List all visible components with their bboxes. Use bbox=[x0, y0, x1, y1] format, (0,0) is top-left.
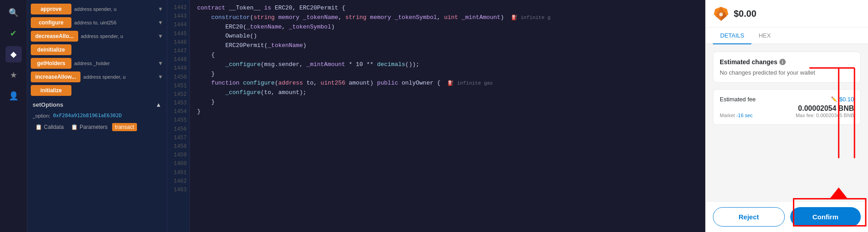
mm-body: Estimated changes i No changes predicted… bbox=[706, 44, 868, 201]
tab-hex[interactable]: HEX bbox=[751, 28, 778, 44]
tab-row: 📋 Calldata 📋 Parameters transact bbox=[31, 120, 163, 134]
approve-params: address spender, u bbox=[74, 6, 155, 12]
line-numbers: 1442 1443 1444 1445 1446 1447 1448 1449 … bbox=[167, 0, 190, 232]
tab-details[interactable]: DETAILS bbox=[713, 28, 751, 44]
configure-params: address to, uint256 bbox=[74, 20, 155, 25]
option-key: _option: bbox=[33, 113, 50, 118]
info-icon: i bbox=[779, 59, 786, 65]
getholders-button[interactable]: getHolders bbox=[31, 58, 71, 69]
star-icon[interactable]: ★ bbox=[5, 67, 22, 83]
sidebar: 🔍 ✔ ◆ ★ 👤 bbox=[0, 0, 27, 232]
check-icon[interactable]: ✔ bbox=[5, 25, 22, 42]
initialize-button[interactable]: initialize bbox=[31, 85, 71, 96]
fn-row-getholders: getHolders address _holder ▼ bbox=[31, 58, 163, 69]
code-line-1451: ERC20Permit(_tokenName) bbox=[197, 41, 698, 51]
estimated-fee-label: Estimated fee bbox=[720, 96, 756, 103]
code-editor: 1442 1443 1444 1445 1446 1447 1448 1449 … bbox=[167, 0, 705, 232]
fee-usd: ✏️ $0.10 bbox=[831, 96, 854, 103]
tab-transact[interactable]: transact bbox=[112, 123, 137, 131]
confirm-button[interactable]: Confirm bbox=[790, 207, 861, 227]
configure-button[interactable]: configure bbox=[31, 17, 71, 28]
mm-footer: Reject Confirm bbox=[706, 201, 868, 232]
estimated-changes-desc: No changes predicted for your wallet bbox=[720, 69, 854, 76]
code-line-1463: } bbox=[197, 107, 698, 117]
metamask-logo bbox=[713, 5, 729, 22]
mm-amount: $0.00 bbox=[734, 9, 756, 19]
deinitialize-button[interactable]: deinitialize bbox=[31, 44, 71, 55]
approve-button[interactable]: approve bbox=[31, 4, 71, 14]
mm-tabs: DETAILS HEX bbox=[706, 28, 868, 44]
decreaseallo-chevron[interactable]: ▼ bbox=[158, 33, 163, 39]
code-line-1449: ERC20(_tokenName, _tokenSymbol) bbox=[197, 23, 698, 32]
metamask-panel: $0.00 DETAILS HEX Estimated changes i No… bbox=[705, 0, 868, 232]
code-line-1457: function configure(address to, uint256 a… bbox=[197, 79, 698, 88]
pencil-icon: ✏️ bbox=[831, 96, 837, 102]
increaseallow-params: address spender, u bbox=[83, 74, 155, 80]
code-line-1455: } bbox=[197, 70, 698, 79]
getholders-chevron[interactable]: ▼ bbox=[158, 60, 163, 66]
parameters-icon: 📋 bbox=[71, 124, 78, 130]
reject-button[interactable]: Reject bbox=[713, 207, 785, 227]
function-panel: approve address spender, u ▼ configure a… bbox=[27, 0, 167, 232]
fn-row-initialize: initialize bbox=[31, 85, 163, 96]
fn-row-deinitialize: deinitialize bbox=[31, 44, 163, 55]
fn-row-increaseallow: increaseAllow... address spender, u ▼ bbox=[31, 71, 163, 82]
increaseallow-button[interactable]: increaseAllow... bbox=[31, 71, 80, 82]
estimated-changes-title: Estimated changes i bbox=[720, 58, 854, 66]
code-line-1450: Ownable() bbox=[197, 32, 698, 41]
estimated-changes: Estimated changes i No changes predicted… bbox=[713, 52, 861, 83]
diamond-icon[interactable]: ◆ bbox=[5, 46, 22, 62]
decreaseallo-params: address spender, u bbox=[81, 33, 155, 39]
fee-market: Market -16 sec bbox=[720, 113, 753, 118]
code-line-1448: constructor(string memory _tokenName, st… bbox=[197, 13, 698, 23]
code-line-1459: } bbox=[197, 98, 698, 107]
approve-chevron[interactable]: ▼ bbox=[158, 6, 163, 12]
fn-row-configure: configure address to, uint256 ▼ bbox=[31, 17, 163, 28]
estimated-fee: Estimated fee ✏️ $0.10 0.00002054 BNB Ma… bbox=[713, 89, 861, 125]
code-line-1453: _configure(msg.sender, _mintAmount * 10 … bbox=[197, 60, 698, 70]
fn-row-approve: approve address spender, u ▼ bbox=[31, 4, 163, 14]
fee-bnb: 0.00002054 BNB bbox=[720, 104, 854, 113]
getholders-params: address _holder bbox=[74, 61, 155, 66]
option-row: _option: 0xF284a912b81961aE6302D bbox=[31, 111, 163, 120]
mm-header: $0.00 bbox=[706, 0, 868, 28]
people-icon[interactable]: 👤 bbox=[5, 88, 22, 104]
calldata-icon: 📋 bbox=[35, 124, 42, 130]
set-options-label: setOptions ▲ bbox=[31, 99, 163, 111]
svg-point-4 bbox=[719, 13, 723, 16]
setoptions-chevron[interactable]: ▲ bbox=[156, 101, 161, 108]
code-line-1452: { bbox=[197, 51, 698, 60]
code-content: contract __Token__ is ERC20, ERC20Permit… bbox=[190, 0, 705, 232]
code-line-1444: contract __Token__ is ERC20, ERC20Permit… bbox=[197, 4, 698, 13]
code-line-1458: _configure(to, amount); bbox=[197, 88, 698, 98]
decreaseallo-button[interactable]: decreaseAllo... bbox=[31, 31, 78, 42]
configure-chevron[interactable]: ▼ bbox=[158, 19, 163, 26]
fee-maxfee: Max fee: 0.00020345 BNB bbox=[796, 113, 854, 118]
fn-row-decreaseallo: decreaseAllo... address spender, u ▼ bbox=[31, 31, 163, 42]
tab-calldata[interactable]: 📋 Calldata bbox=[33, 123, 66, 131]
search-icon[interactable]: 🔍 bbox=[5, 5, 22, 21]
tab-parameters[interactable]: 📋 Parameters bbox=[68, 123, 110, 131]
increaseallow-chevron[interactable]: ▼ bbox=[158, 74, 163, 80]
option-value: 0xF284a912b81961aE6302D bbox=[53, 113, 122, 118]
